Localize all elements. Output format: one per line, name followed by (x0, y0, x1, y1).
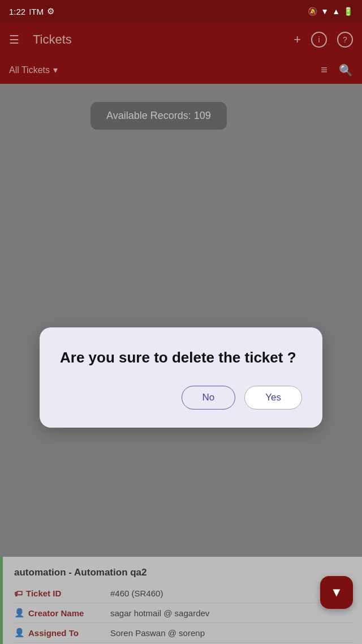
delete-confirmation-dialog: Are you sure to delete the ticket ? No Y… (40, 327, 322, 428)
app-bar: ☰ Tickets + i ? (0, 23, 362, 57)
status-time: 1:22 ITM ⚙ (9, 6, 54, 16)
dialog-buttons: No Yes (60, 386, 302, 410)
app-bar-actions: + i ? (294, 32, 353, 48)
hamburger-menu-icon[interactable]: ☰ (9, 33, 19, 46)
sub-header: All Tickets ▾ ≡ 🔍 (0, 57, 362, 84)
dialog-message: Are you sure to delete the ticket ? (60, 348, 302, 368)
battery-icon: 🔋 (343, 7, 353, 16)
help-icon[interactable]: ? (337, 32, 353, 48)
filter-sort-icon[interactable]: ≡ (321, 63, 327, 76)
all-tickets-dropdown[interactable]: All Tickets ▾ (9, 65, 58, 75)
filter-funnel-icon: ▼ (330, 585, 343, 600)
status-icons: 🔕 ▼ ▲ 🔋 (308, 7, 353, 16)
sub-header-actions: ≡ 🔍 (321, 63, 353, 77)
time-display: 1:22 (9, 7, 25, 16)
wifi-icon: ▼ (321, 7, 329, 16)
dialog-overlay: Are you sure to delete the ticket ? No Y… (0, 84, 362, 644)
app-title: Tickets (33, 32, 285, 47)
main-content: Available Records: 109 Are you sure to d… (0, 84, 362, 644)
ampm-display: ITM (29, 7, 44, 16)
no-button[interactable]: No (182, 386, 236, 410)
settings-icon: ⚙ (47, 6, 54, 16)
fab-filter-button[interactable]: ▼ (320, 576, 353, 609)
signal-icon: ▲ (332, 7, 340, 16)
status-bar: 1:22 ITM ⚙ 🔕 ▼ ▲ 🔋 (0, 0, 362, 23)
yes-button[interactable]: Yes (244, 386, 302, 410)
notifications-muted-icon: 🔕 (308, 7, 317, 16)
all-tickets-label: All Tickets (9, 65, 50, 75)
dropdown-chevron-icon: ▾ (53, 65, 58, 75)
add-ticket-icon[interactable]: + (294, 32, 301, 47)
search-icon[interactable]: 🔍 (339, 63, 353, 77)
info-icon[interactable]: i (311, 32, 327, 48)
